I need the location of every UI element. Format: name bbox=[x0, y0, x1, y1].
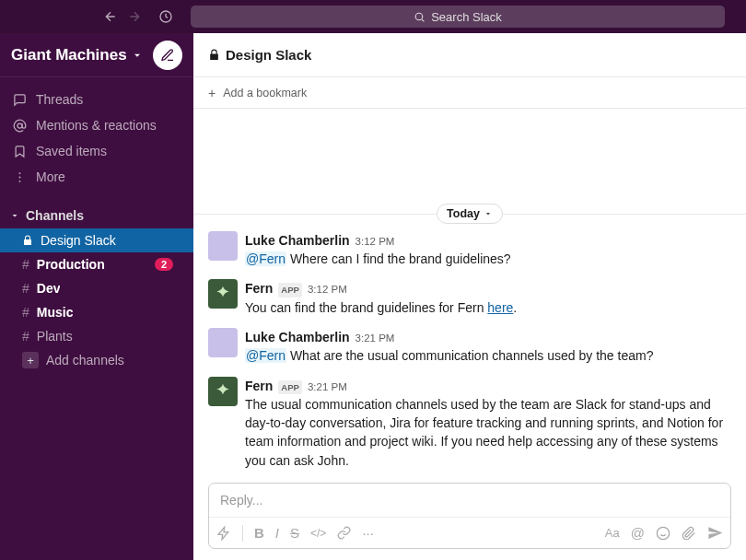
more-icon bbox=[13, 170, 27, 184]
svg-point-6 bbox=[657, 527, 669, 539]
emoji-icon[interactable] bbox=[656, 526, 670, 541]
channel-plants[interactable]: #Plants bbox=[0, 324, 193, 348]
font-icon[interactable]: Aa bbox=[605, 526, 620, 540]
channel-label: Dev bbox=[37, 281, 61, 296]
channel-label: Music bbox=[37, 305, 74, 320]
channel-header[interactable]: Design Slack bbox=[193, 33, 746, 77]
threads-icon bbox=[13, 93, 27, 107]
avatar[interactable] bbox=[208, 231, 238, 261]
message-author[interactable]: Fern bbox=[245, 377, 273, 395]
caret-down-icon bbox=[9, 210, 20, 221]
hash-icon: # bbox=[22, 281, 29, 296]
code-icon[interactable]: </> bbox=[310, 527, 326, 540]
sidebar-more[interactable]: More bbox=[0, 164, 193, 190]
message: Luke Chamberlin3:12 PM@Fern Where can I … bbox=[193, 226, 746, 274]
composer-toolbar: B I S </> ··· Aa @ bbox=[209, 517, 730, 548]
mention[interactable]: @Fern bbox=[245, 251, 286, 266]
channels-header[interactable]: Channels bbox=[0, 203, 193, 228]
italic-icon[interactable]: I bbox=[275, 525, 279, 541]
message-time: 3:21 PM bbox=[356, 331, 395, 346]
send-button[interactable] bbox=[707, 525, 723, 541]
svg-point-3 bbox=[19, 172, 21, 174]
add-channels-button[interactable]: + Add channels bbox=[0, 348, 193, 372]
svg-point-1 bbox=[415, 13, 423, 20]
add-bookmark-button[interactable]: + Add a bookmark bbox=[193, 77, 746, 109]
message-text: The usual communication channels used by… bbox=[245, 395, 731, 470]
content: Design Slack + Add a bookmark Today Luke… bbox=[193, 33, 746, 560]
channel-music[interactable]: #Music bbox=[0, 300, 193, 324]
sidebar-mentions[interactable]: Mentions & reactions bbox=[0, 112, 193, 138]
channel-dev[interactable]: #Dev bbox=[0, 276, 193, 300]
nav-back-icon[interactable] bbox=[103, 9, 118, 24]
message: FernAPP3:21 PMThe usual communication ch… bbox=[193, 371, 746, 475]
message-text: @Fern What are the usual communication c… bbox=[245, 346, 731, 365]
svg-point-5 bbox=[19, 180, 21, 181]
channel-label: Production bbox=[37, 257, 105, 272]
more-formatting-icon[interactable]: ··· bbox=[362, 525, 374, 541]
message-composer[interactable]: Reply... B I S </> ··· Aa @ bbox=[208, 483, 731, 549]
plus-icon: + bbox=[208, 86, 216, 100]
hash-icon: # bbox=[22, 305, 29, 320]
link[interactable]: here bbox=[487, 300, 513, 315]
app-badge: APP bbox=[278, 283, 302, 298]
workspace-switcher[interactable]: Giant Machines bbox=[11, 46, 144, 64]
message-text: @Fern Where can I find the brand guideli… bbox=[245, 250, 731, 268]
svg-point-2 bbox=[17, 123, 22, 128]
nav-forward-icon[interactable] bbox=[127, 9, 142, 24]
channel-production[interactable]: #Production2 bbox=[0, 252, 193, 276]
date-divider[interactable]: Today bbox=[193, 202, 746, 226]
message: FernAPP3:12 PMYou can find the brand gui… bbox=[193, 274, 746, 322]
message-time: 3:12 PM bbox=[308, 282, 347, 298]
plus-icon: + bbox=[22, 352, 39, 368]
topbar: Search Slack bbox=[0, 0, 746, 33]
mention[interactable]: @Fern bbox=[245, 348, 286, 363]
message-author[interactable]: Fern bbox=[245, 279, 273, 298]
message-author[interactable]: Luke Chamberlin bbox=[245, 328, 350, 346]
message-time: 3:12 PM bbox=[356, 234, 395, 250]
avatar[interactable] bbox=[208, 377, 238, 406]
history-icon[interactable] bbox=[158, 9, 173, 24]
compose-button[interactable] bbox=[153, 41, 182, 70]
attach-icon[interactable] bbox=[682, 526, 696, 541]
composer-input[interactable]: Reply... bbox=[209, 484, 730, 517]
lock-icon bbox=[208, 49, 220, 61]
hash-icon: # bbox=[22, 329, 29, 344]
channel-label: Plants bbox=[37, 329, 73, 344]
shortcuts-icon[interactable] bbox=[216, 526, 231, 541]
sidebar: Giant Machines Threads Mentions & reacti… bbox=[0, 33, 193, 560]
sidebar-saved[interactable]: Saved items bbox=[0, 138, 193, 164]
strike-icon[interactable]: S bbox=[290, 525, 299, 541]
mention-icon[interactable]: @ bbox=[631, 525, 645, 541]
message-time: 3:21 PM bbox=[308, 379, 347, 395]
link-icon[interactable] bbox=[337, 526, 351, 540]
app-badge: APP bbox=[278, 380, 302, 395]
svg-point-4 bbox=[19, 176, 21, 178]
unread-badge: 2 bbox=[155, 258, 173, 271]
lock-icon bbox=[22, 235, 33, 246]
avatar[interactable] bbox=[208, 328, 238, 357]
search-input[interactable]: Search Slack bbox=[191, 6, 725, 28]
channel-design-slack[interactable]: Design Slack bbox=[0, 228, 193, 252]
message-text: You can find the brand guidelines for Fe… bbox=[245, 298, 731, 317]
search-icon bbox=[414, 11, 425, 23]
channel-label: Design Slack bbox=[41, 233, 116, 248]
search-placeholder: Search Slack bbox=[431, 10, 502, 24]
message-author[interactable]: Luke Chamberlin bbox=[245, 231, 350, 250]
message: Luke Chamberlin3:21 PM@Fern What are the… bbox=[193, 322, 746, 371]
avatar[interactable] bbox=[208, 279, 238, 309]
chevron-down-icon bbox=[131, 49, 144, 62]
mentions-icon bbox=[13, 119, 27, 133]
bookmark-icon bbox=[13, 145, 27, 158]
chevron-down-icon bbox=[484, 209, 493, 218]
hash-icon: # bbox=[22, 257, 29, 272]
bold-icon[interactable]: B bbox=[254, 525, 264, 541]
sidebar-threads[interactable]: Threads bbox=[0, 87, 193, 112]
channel-name: Design Slack bbox=[226, 47, 311, 63]
